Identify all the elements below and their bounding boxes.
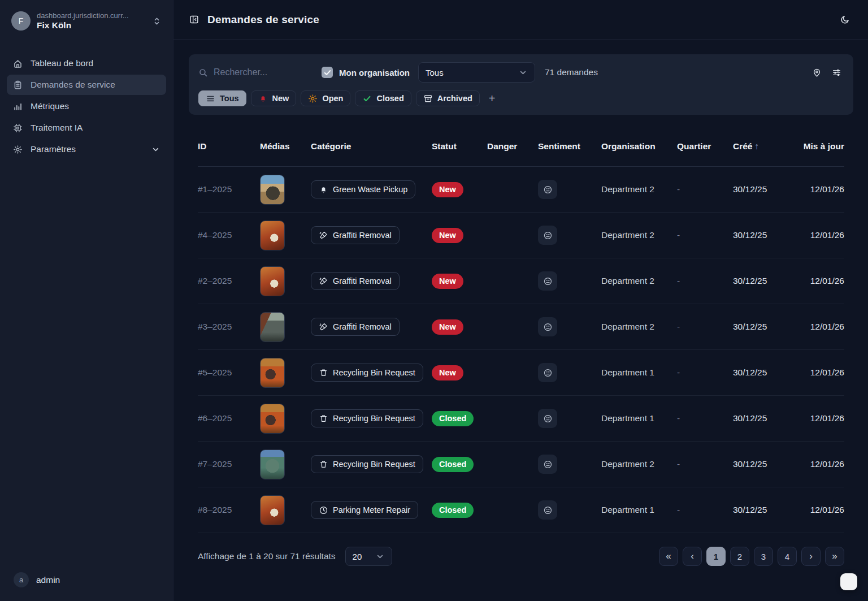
category-badge[interactable]: Recycling Bin Request [311,455,423,473]
table-row[interactable]: #3–2025Graffiti RemovalNewDepartment 2-3… [198,304,844,350]
media-thumbnail[interactable] [260,175,285,205]
table-row[interactable]: #1–2025Green Waste PickupNewDepartment 2… [198,167,844,213]
sentiment-cell [538,455,601,474]
media-thumbnail[interactable] [260,220,285,250]
status-cell: New [432,274,487,289]
checkbox-checked-icon[interactable] [322,67,333,78]
dark-mode-toggle-moon-icon[interactable] [838,12,852,27]
quartier-value: - [677,276,733,286]
category-badge[interactable]: Recycling Bin Request [311,364,423,382]
category-cell: Recycling Bin Request [311,364,432,382]
table-row[interactable]: #2–2025Graffiti RemovalNewDepartment 2-3… [198,258,844,304]
trash-icon [319,368,328,378]
sidebar-item-demandes-de-service[interactable]: Demandes de service [7,75,166,95]
add-filter-button[interactable]: + [489,92,496,105]
sidebar-item-traitement-ia[interactable]: Traitement IA [7,118,166,138]
org-avatar: F [11,11,31,31]
created-date: 30/12/25 [733,276,796,286]
category-badge[interactable]: Graffiti Removal [311,272,400,290]
category-cell: Graffiti Removal [311,272,432,290]
filter-chip-open[interactable]: Open [301,90,350,106]
sentiment-neutral-face-icon[interactable] [538,500,557,520]
request-id: #5–2025 [198,367,260,378]
category-badge[interactable]: Parking Meter Repair [311,501,418,519]
table-row[interactable]: #5–2025Recycling Bin RequestNewDepartmen… [198,350,844,396]
media-thumbnail[interactable] [260,449,285,479]
filter-chip-closed[interactable]: Closed [355,90,411,106]
column-header-organisation[interactable]: Organisation [601,141,677,152]
page-size-select[interactable]: 20 [345,547,392,566]
spray-icon [319,322,328,332]
column-header-quartier[interactable]: Quartier [677,141,733,152]
column-header-sentiment[interactable]: Sentiment [538,141,601,152]
page-button-2[interactable]: 2 [730,547,749,566]
sentiment-neutral-face-icon[interactable] [538,271,557,291]
table-row[interactable]: #7–2025Recycling Bin RequestClosedDepart… [198,442,844,487]
user-menu[interactable]: a admin [7,569,166,591]
sentiment-neutral-face-icon[interactable] [538,409,557,428]
organisation-value: Department 2 [601,459,677,469]
filter-chip-new[interactable]: New [251,90,297,106]
column-header-médias[interactable]: Médias [260,141,311,152]
column-header-catégorie[interactable]: Catégorie [311,141,432,152]
next-page-button[interactable]: › [801,547,821,566]
pagination: «‹1234›» [659,547,844,566]
column-header-danger[interactable]: Danger [487,141,538,152]
organisation-select[interactable]: Tous [418,62,535,83]
clipboard-icon [12,80,23,90]
media-thumbnail[interactable] [260,312,285,342]
media-thumbnail[interactable] [260,495,285,525]
sentiment-neutral-face-icon[interactable] [538,317,557,336]
sidebar-collapse-icon[interactable] [189,15,199,24]
filter-chip-tous[interactable]: Tous [198,90,246,106]
media-thumbnail[interactable] [260,266,285,296]
organisation-value: Department 1 [601,413,677,423]
previous-page-button[interactable]: ‹ [683,547,702,566]
table-row[interactable]: #4–2025Graffiti RemovalNewDepartment 2-3… [198,213,844,258]
updated-date: 12/01/26 [796,276,844,286]
sentiment-neutral-face-icon[interactable] [538,180,557,199]
sidebar-item-tableau-de-bord[interactable]: Tableau de bord [7,53,166,73]
my-organisation-checkbox-group[interactable]: Mon organisation [322,67,410,78]
media-thumbnail[interactable] [260,358,285,388]
category-cell: Parking Meter Repair [311,501,432,519]
cpu-icon [12,123,23,133]
updated-date: 12/01/26 [796,367,844,378]
category-badge[interactable]: Graffiti Removal [311,226,400,244]
page-button-4[interactable]: 4 [778,547,797,566]
created-date: 30/12/25 [733,322,796,332]
request-id: #3–2025 [198,322,260,332]
spray-icon [319,276,328,286]
column-header-statut[interactable]: Statut [432,141,487,152]
filter-chip-archived[interactable]: Archived [416,90,480,106]
page-button-3[interactable]: 3 [754,547,773,566]
sentiment-neutral-face-icon[interactable] [538,455,557,474]
organisation-value: Department 2 [601,276,677,286]
quartier-value: - [677,459,733,469]
first-page-button[interactable]: « [659,547,678,566]
map-pin-icon[interactable] [810,66,824,80]
column-header-mis-à-jour[interactable]: Mis à jour [796,140,844,153]
status-cell: New [432,182,487,197]
sentiment-neutral-face-icon[interactable] [538,363,557,382]
organisation-value: Department 1 [601,505,677,515]
sidebar-item-m-triques[interactable]: Métriques [7,96,166,116]
column-header-id[interactable]: ID [198,141,260,152]
org-switcher[interactable]: F dashboard.jurisdiction.curr... Fix Köl… [7,9,166,33]
page-button-1[interactable]: 1 [706,547,726,566]
chat-widget-button[interactable] [840,573,857,590]
sentiment-neutral-face-icon[interactable] [538,226,557,245]
column-header-créé[interactable]: Créé↑ [733,141,796,152]
table-row[interactable]: #8–2025Parking Meter RepairClosedDepartm… [198,487,844,533]
filter-sliders-icon[interactable] [830,66,844,80]
sidebar-item-param-tres[interactable]: Paramètres [7,139,166,159]
media-thumbnail[interactable] [260,404,285,434]
category-badge[interactable]: Graffiti Removal [311,318,400,336]
category-badge[interactable]: Recycling Bin Request [311,409,423,427]
sidebar-item-label: Métriques [31,101,69,111]
table-row[interactable]: #6–2025Recycling Bin RequestClosedDepart… [198,396,844,442]
search-input[interactable] [214,67,304,77]
sidebar-nav: Tableau de bordDemandes de serviceMétriq… [7,53,166,159]
category-badge[interactable]: Green Waste Pickup [311,180,415,198]
last-page-button[interactable]: » [825,547,844,566]
